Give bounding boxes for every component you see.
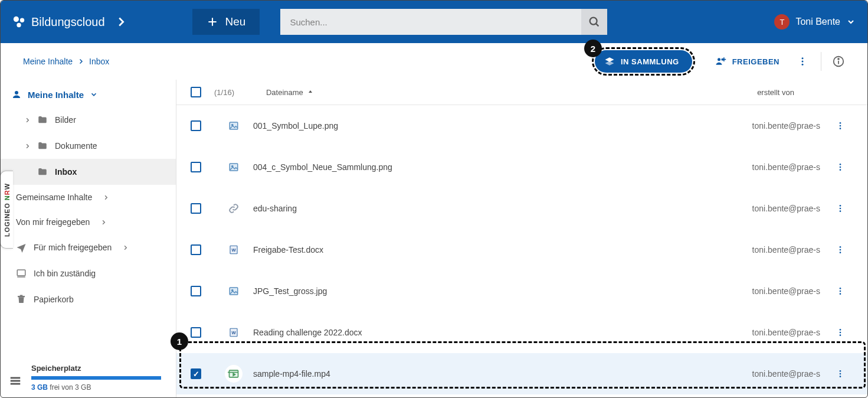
sort-asc-icon bbox=[307, 89, 314, 96]
svg-point-14 bbox=[802, 61, 804, 63]
user-menu[interactable]: T Toni Bente bbox=[774, 14, 856, 30]
row-more-button[interactable] bbox=[833, 201, 847, 216]
svg-point-40 bbox=[840, 210, 841, 212]
table-row[interactable]: JPG_Test_gross.jpg toni.bente@prae-s bbox=[176, 270, 867, 312]
svg-rect-25 bbox=[11, 380, 21, 382]
sidebar-item-label: Für mich freigegeben bbox=[34, 243, 112, 252]
file-creator: toni.bente@prae-s bbox=[752, 286, 820, 296]
row-checkbox[interactable] bbox=[191, 244, 201, 255]
svg-point-31 bbox=[840, 125, 841, 127]
sidebar-item[interactable]: Für mich freigegeben bbox=[1, 234, 176, 260]
svg-marker-8 bbox=[605, 61, 614, 66]
row-more-button[interactable] bbox=[833, 284, 847, 298]
svg-marker-27 bbox=[309, 90, 312, 93]
table-row[interactable]: W Freigabe-Test.docx toni.bente@prae-s bbox=[176, 229, 867, 270]
svg-point-48 bbox=[840, 288, 841, 289]
svg-point-50 bbox=[840, 293, 841, 295]
svg-point-5 bbox=[590, 18, 597, 25]
row-more-button[interactable] bbox=[833, 367, 847, 381]
svg-point-43 bbox=[840, 246, 841, 248]
search-button[interactable] bbox=[581, 9, 607, 35]
svg-line-6 bbox=[596, 24, 598, 26]
sidebar-item[interactable]: Inbox bbox=[1, 159, 176, 185]
svg-point-60 bbox=[840, 373, 841, 375]
select-all-checkbox[interactable] bbox=[191, 87, 201, 97]
brand-label: Bildungscloud bbox=[31, 15, 105, 29]
svg-point-18 bbox=[838, 58, 839, 60]
table-row[interactable]: 001_Symbol_Lupe.png toni.bente@prae-s bbox=[176, 105, 867, 146]
svg-point-1 bbox=[20, 18, 24, 22]
sidebar-item[interactable]: Ich bin zuständig bbox=[1, 260, 176, 286]
row-checkbox[interactable] bbox=[191, 120, 201, 131]
svg-point-35 bbox=[840, 164, 841, 165]
person-icon bbox=[11, 89, 22, 100]
svg-text:W: W bbox=[231, 247, 236, 253]
svg-rect-23 bbox=[20, 295, 23, 296]
svg-point-15 bbox=[802, 64, 804, 66]
new-button[interactable]: Neu bbox=[192, 9, 260, 35]
sidebar-item-label: Ich bin zuständig bbox=[34, 269, 96, 278]
row-more-button[interactable] bbox=[833, 325, 847, 340]
svg-text:W: W bbox=[231, 330, 236, 335]
share-people-icon bbox=[715, 56, 726, 67]
sidebar-item-label: Inbox bbox=[55, 167, 77, 177]
sidebar-item[interactable]: Bilder bbox=[1, 107, 176, 133]
file-name: Freigabe-Test.docx bbox=[253, 245, 323, 255]
storage-title: Speicherplatz bbox=[31, 364, 170, 373]
list-header: (1/16) Dateiname erstellt von bbox=[176, 80, 867, 105]
row-more-button[interactable] bbox=[833, 243, 847, 257]
svg-point-49 bbox=[840, 291, 841, 292]
brand-link[interactable]: Bildungscloud bbox=[12, 15, 127, 29]
breadcrumb-item[interactable]: Inbox bbox=[89, 57, 109, 66]
app-header: Bildungscloud Neu T Toni Bente bbox=[1, 1, 867, 43]
table-row[interactable]: sample-mp4-file.mp4 toni.bente@prae-s bbox=[176, 353, 867, 394]
row-checkbox[interactable] bbox=[191, 327, 201, 338]
chevron-down-icon bbox=[90, 90, 98, 99]
sidebar-item[interactable]: Von mir freigegeben bbox=[1, 210, 176, 234]
table-row[interactable]: W Reading challenge 2022.docx toni.bente… bbox=[176, 312, 867, 353]
sidebar-item[interactable]: Dokumente bbox=[1, 133, 176, 159]
svg-point-9 bbox=[718, 58, 720, 61]
more-options-button[interactable] bbox=[795, 54, 810, 69]
file-rows: 001_Symbol_Lupe.png toni.bente@prae-s 00… bbox=[176, 105, 867, 397]
file-creator: toni.bente@prae-s bbox=[752, 121, 820, 131]
info-button[interactable] bbox=[832, 55, 845, 68]
video-icon bbox=[225, 365, 243, 383]
svg-point-61 bbox=[840, 376, 841, 377]
row-checkbox[interactable] bbox=[191, 162, 201, 172]
search-input[interactable] bbox=[280, 9, 581, 35]
sidebar-header[interactable]: Meine Inhalte bbox=[1, 80, 176, 107]
share-button-label: FREIGEBEN bbox=[732, 57, 779, 66]
user-name: Toni Bente bbox=[795, 17, 840, 27]
column-created-header[interactable]: erstellt von bbox=[757, 88, 794, 97]
row-more-button[interactable] bbox=[833, 119, 847, 133]
table-row[interactable]: edu-sharing toni.bente@prae-s bbox=[176, 188, 867, 229]
selection-count: (1/16) bbox=[214, 88, 234, 97]
breadcrumb-item[interactable]: Meine Inhalte bbox=[23, 57, 73, 66]
svg-point-55 bbox=[840, 334, 841, 336]
svg-rect-20 bbox=[17, 270, 25, 276]
add-to-collection-button[interactable]: IN SAMMLUNG bbox=[595, 50, 692, 73]
file-name: JPG_Test_gross.jpg bbox=[253, 286, 327, 296]
logineo-tab[interactable]: LOGINEO NRW bbox=[0, 171, 13, 249]
sidebar-item[interactable]: Gemeinsame Inhalte bbox=[1, 185, 176, 210]
table-row[interactable]: 004_c_Symbol_Neue_Sammlung.png toni.bent… bbox=[176, 146, 867, 188]
row-checkbox[interactable] bbox=[191, 286, 201, 296]
file-name: Reading challenge 2022.docx bbox=[253, 328, 362, 337]
folder-icon bbox=[37, 115, 48, 125]
column-name-header[interactable]: Dateiname bbox=[266, 88, 314, 97]
sidebar-item[interactable]: Papierkorb bbox=[1, 286, 176, 312]
callout-badge: 2 bbox=[584, 40, 602, 57]
row-checkbox[interactable] bbox=[191, 368, 201, 379]
list-view-icon[interactable] bbox=[9, 374, 22, 387]
share-button[interactable]: FREIGEBEN bbox=[715, 56, 779, 67]
row-more-button[interactable] bbox=[833, 160, 847, 174]
row-checkbox[interactable] bbox=[191, 203, 201, 214]
sidebar-item-label: Dokumente bbox=[55, 141, 97, 151]
svg-point-0 bbox=[14, 17, 19, 22]
search-icon bbox=[588, 15, 601, 28]
avatar: T bbox=[774, 14, 790, 30]
plus-icon bbox=[207, 16, 218, 28]
svg-point-37 bbox=[840, 169, 841, 171]
file-creator: toni.bente@prae-s bbox=[752, 204, 820, 213]
